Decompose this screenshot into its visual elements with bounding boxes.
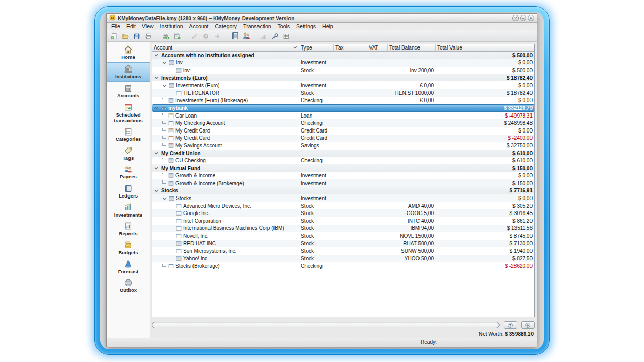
account-row[interactable]: Investments (Euro)Investment€ 0,00$ 0,00 [152, 81, 534, 89]
vat-cell [367, 112, 388, 120]
open-file-icon[interactable] [121, 31, 130, 41]
payees-icon[interactable] [242, 31, 251, 41]
account-cell: Accounts with no institution assigned [152, 52, 299, 59]
sidebar-item-investments[interactable]: Investments [107, 201, 150, 220]
account-row[interactable]: My Checking AccountChecking$ 246998,48 [152, 119, 534, 127]
sidebar-item-scheduled-transactions[interactable]: 14Scheduled transactions [107, 101, 150, 125]
sidebar-item-categories[interactable]: Categories [107, 125, 150, 144]
total-balance-cell: IBM 94,00 [388, 225, 436, 233]
total-balance-cell: YHOO 50,00 [388, 255, 436, 262]
progress-down-button[interactable] [521, 321, 535, 329]
institution-row[interactable]: My Mutual Fund$ 150,00 [152, 164, 534, 172]
sidebar-item-payees[interactable]: Payees [107, 163, 150, 182]
column-header-vat[interactable]: VAT [367, 44, 388, 51]
sidebar-item-label: Categories [116, 137, 141, 142]
tree-elbow [162, 121, 166, 124]
account-row[interactable]: Car LoanLoan$ -49978,31 [152, 112, 534, 120]
total-balance-cell: RHAT 500,00 [388, 240, 436, 248]
account-row[interactable]: Yahoo! Inc.StockYHOO 50,00$ 827,50 [152, 255, 534, 262]
new-institution-icon[interactable] [161, 31, 170, 41]
progress-up-button[interactable] [504, 321, 517, 329]
column-header-tax[interactable]: Tax [334, 44, 367, 51]
ledgers-icon[interactable] [230, 31, 239, 41]
account-row[interactable]: My Savings AccountSavings$ 32750,00 [152, 142, 534, 150]
categories-icon [124, 127, 133, 136]
account-name: inv [176, 60, 183, 65]
account-row[interactable]: International Business Machines Corp (IB… [152, 225, 534, 233]
account-row[interactable]: Investments (Euro) (Brokerage)Checking€ … [152, 97, 534, 105]
creditcard-account-icon [168, 128, 174, 134]
print-icon[interactable] [143, 31, 153, 41]
sidebar-item-tags[interactable]: Tags [107, 144, 150, 163]
type-cell: Investment [299, 194, 334, 202]
account-cell: International Business Machines Corp (IB… [152, 225, 299, 233]
account-name: Google Inc. [183, 210, 210, 216]
institution-row[interactable]: Accounts with no institution assigned$ 5… [152, 52, 534, 59]
menu-view[interactable]: View [139, 23, 157, 29]
account-row[interactable]: My Credit CardCredit Card$ -2400,00 [152, 135, 534, 142]
sidebar-item-reports[interactable]: Reports [107, 220, 150, 239]
sidebar-item-ledgers[interactable]: Ledgers [107, 182, 150, 201]
account-row[interactable]: Growth & Income (Brokerage)Investment$ 1… [152, 179, 534, 187]
tax-cell [334, 52, 367, 59]
total-value-cell: $ -49978,31 [436, 112, 534, 120]
consistency-icon[interactable] [282, 31, 291, 41]
new-account-icon[interactable] [172, 31, 182, 41]
institution-row[interactable]: My Credit Union$ 610,00 [152, 150, 534, 157]
minimize-button[interactable]: – [520, 15, 526, 21]
menu-file[interactable]: File [108, 23, 123, 29]
column-header-account[interactable]: Account [152, 44, 299, 51]
budgets-icon [124, 240, 133, 250]
save-icon[interactable] [132, 31, 141, 41]
column-header-total-balance[interactable]: Total Balance [388, 44, 436, 51]
menu-settings[interactable]: Settings [293, 23, 319, 29]
account-row[interactable]: Google Inc.StockGOOG 5,00$ 3016,45 [152, 209, 534, 217]
column-header-total-value[interactable]: Total Value [436, 44, 534, 51]
menu-institution[interactable]: Institution [157, 23, 186, 29]
menu-help[interactable]: Help [319, 23, 336, 29]
institution-row[interactable]: mybank$ 332126,79 [152, 104, 534, 112]
new-book-icon[interactable] [109, 31, 119, 41]
close-button[interactable]: × [528, 15, 534, 21]
menu-tools[interactable]: Tools [275, 23, 294, 29]
account-row[interactable]: Growth & IncomeInvestment$ 0,00 [152, 172, 534, 180]
account-row[interactable]: My Credit CardCredit Card$ 0,00 [152, 127, 534, 135]
menu-transaction[interactable]: Transaction [240, 23, 274, 29]
account-row[interactable]: CU CheckingChecking$ 610,00 [152, 157, 534, 164]
tree-elbow [170, 203, 173, 206]
account-row[interactable]: invInvestment$ 0,00 [152, 59, 534, 67]
account-row[interactable]: Sun Microsystems, Inc.StockSUNW 500,00$ … [152, 247, 534, 255]
column-header-type[interactable]: Type [299, 44, 334, 51]
sidebar-item-outbox[interactable]: Outbox [107, 276, 150, 295]
account-row[interactable]: Novell, Inc.StockNOVL 1500,00$ 8745,00 [152, 232, 534, 240]
account-row[interactable]: TIETOENATORStockTIEN.ST 1000,00$ 18782,4… [152, 89, 534, 97]
type-cell [299, 187, 334, 195]
account-row[interactable]: Stocks (Brokerage)Checking$ -28620,00 [152, 262, 534, 270]
total-balance-cell: NOVL 1500,00 [388, 232, 436, 240]
institution-row[interactable]: Stocks$ 7716,91 [152, 187, 534, 195]
total-balance-cell [388, 179, 436, 187]
configure-icon[interactable] [270, 31, 280, 41]
bank-icon [161, 105, 167, 111]
ledgers-icon [124, 184, 133, 193]
menu-account[interactable]: Account [186, 23, 212, 29]
account-row[interactable]: StocksInvestment$ 0,00 [152, 194, 534, 202]
account-row[interactable]: RED HAT INCStockRHAT 500,00$ 7130,00 [152, 240, 534, 248]
account-row[interactable]: Intel CorporationStockINTC 40,00$ 861,20 [152, 217, 534, 225]
sidebar-item-institutions[interactable]: Institutions [107, 62, 150, 83]
accounts-icon [124, 84, 133, 93]
total-balance-cell [388, 112, 436, 120]
sidebar-item-budgets[interactable]: Budgets [107, 239, 150, 258]
investment-account-icon [169, 195, 174, 201]
title-bar[interactable]: KMyMoneyDataFile.kmy (1280 x 960) – KMyM… [107, 14, 537, 23]
type-cell: Checking [299, 97, 334, 105]
account-row[interactable]: Advanced Micro Devices, Inc.StockAMD 40,… [152, 202, 534, 210]
account-row[interactable]: invStockinv 200,00$ 500,00 [152, 67, 534, 74]
sidebar-item-home[interactable]: Home [107, 43, 150, 62]
sidebar-item-forecast[interactable]: Forecast [107, 258, 150, 277]
menu-edit[interactable]: Edit [123, 23, 139, 29]
help-button[interactable]: ? [512, 15, 519, 21]
sidebar-item-accounts[interactable]: Accounts [107, 82, 150, 101]
menu-category[interactable]: Category [212, 23, 240, 29]
institution-row[interactable]: Investments (Euro)$ 18782,40 [152, 74, 534, 82]
